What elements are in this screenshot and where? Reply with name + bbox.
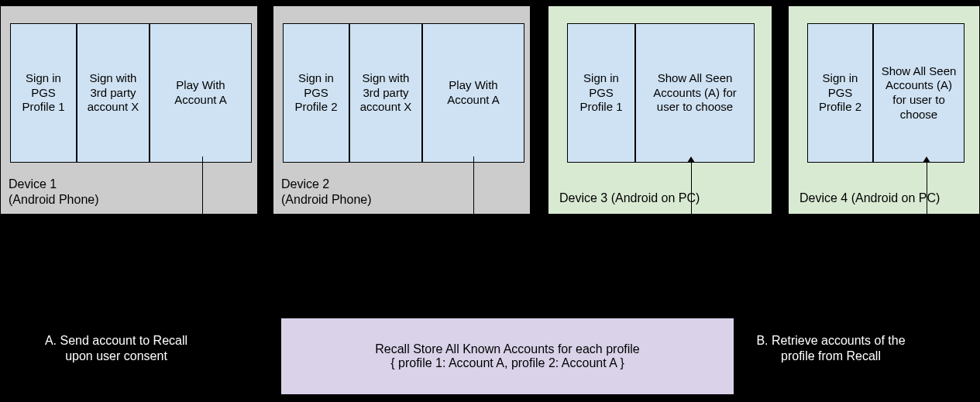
device-2-label: Device 2 (Android Phone) xyxy=(281,177,372,208)
device-1-step3: Play With Account A xyxy=(150,23,252,163)
device-3-up-arrow xyxy=(687,156,695,163)
store-label: Recall Store All Known Accounts for each… xyxy=(375,342,640,370)
device-4-up-arrow xyxy=(923,156,930,163)
device-2-down-line xyxy=(473,156,474,318)
device-2-step1: Sign in PGS Profile 2 xyxy=(283,23,349,163)
device-3-inner: Sign in PGS Profile 1 Show All Seen Acco… xyxy=(567,23,755,163)
device-1-down-arrow xyxy=(198,318,206,324)
diagram-canvas: Sign in PGS Profile 1 Sign with 3rd part… xyxy=(0,0,980,402)
device-3-step1: Sign in PGS Profile 1 xyxy=(567,23,635,163)
device-4-label: Device 4 (Android on PC) xyxy=(799,191,940,206)
device-3-label: Device 3 (Android on PC) xyxy=(559,191,700,206)
device-1-down-line xyxy=(202,156,203,318)
device-4-inner: Sign in PGS Profile 2 Show All Seen Acco… xyxy=(807,23,965,163)
device-3-step2: Show All Seen Accounts (A) for user to c… xyxy=(635,23,755,163)
device-3-box: Sign in PGS Profile 1 Show All Seen Acco… xyxy=(548,5,772,215)
device-4-step1: Sign in PGS Profile 2 xyxy=(807,23,873,163)
device-1-label: Device 1 (Android Phone) xyxy=(9,177,99,208)
device-2-inner: Sign in PGS Profile 2 Sign with 3rd part… xyxy=(283,23,524,163)
caption-B: B. Retrieve accounts of the profile from… xyxy=(744,333,918,364)
device-4-up-line xyxy=(927,163,927,318)
device-1-inner: Sign in PGS Profile 1 Sign with 3rd part… xyxy=(10,23,252,163)
device-1-step2: Sign with 3rd party account X xyxy=(77,23,150,163)
device-4-box: Sign in PGS Profile 2 Show All Seen Acco… xyxy=(788,5,980,215)
device-1-step1: Sign in PGS Profile 1 xyxy=(10,23,77,163)
device-2-box: Sign in PGS Profile 2 Sign with 3rd part… xyxy=(273,5,531,215)
device-2-step2: Sign with 3rd party account X xyxy=(349,23,422,163)
store-box: Recall Store All Known Accounts for each… xyxy=(280,318,734,395)
device-3-up-line xyxy=(691,163,692,318)
caption-A: A. Send account to Recall upon user cons… xyxy=(39,333,194,364)
device-1-box: Sign in PGS Profile 1 Sign with 3rd part… xyxy=(0,5,258,215)
device-2-step3: Play With Account A xyxy=(422,23,524,163)
device-4-step2: Show All Seen Accounts (A) for user to c… xyxy=(873,23,965,163)
